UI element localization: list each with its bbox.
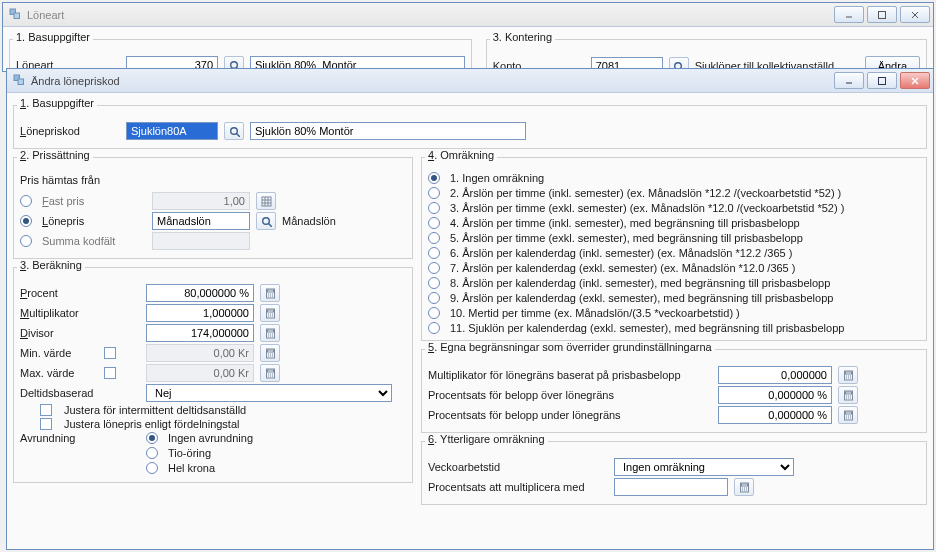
avr-hel-radio[interactable] [146, 462, 158, 474]
max-label: Max. värde [20, 367, 98, 379]
omr-opt-10-label: 10. Mertid per timme (ex. Månadslön/(3.5… [450, 307, 740, 319]
group-basuppgifter-bg: 1. Basuppgifter [13, 31, 93, 43]
omr-opt-1-radio[interactable] [428, 172, 440, 184]
over-lonegrans-label: Procentsats för belopp över lönegräns [428, 389, 712, 401]
maximize-button[interactable] [867, 72, 897, 89]
lonepriskod-search-button[interactable] [224, 122, 244, 140]
omr-opt-9-radio[interactable] [428, 292, 440, 304]
group-egna: 5. Egna begränsningar som överrider grun… [425, 341, 715, 353]
div-calc-button[interactable] [260, 324, 280, 342]
max-check[interactable] [104, 367, 116, 379]
del-label: Deltidsbaserad [20, 387, 140, 399]
fg-titlebar[interactable]: Ändra lönepriskod [7, 69, 933, 93]
summa-input [152, 232, 250, 250]
procmult-label: Procentsats att multiplicera med [428, 481, 608, 493]
group-kontering: 3. Kontering [490, 31, 555, 43]
omr-opt-7-radio[interactable] [428, 262, 440, 274]
omr-opt-3-label: 3. Årslön per timme (exkl. semester) (ex… [450, 202, 844, 214]
procent-input[interactable] [146, 284, 254, 302]
close-button[interactable] [900, 72, 930, 89]
mult-lonegrans-input[interactable] [718, 366, 832, 384]
summa-radio[interactable] [20, 235, 32, 247]
omr-opt-11-label: 11. Sjuklön per kalenderdag (exkl. semes… [450, 322, 844, 334]
procmult-calc-button[interactable] [734, 478, 754, 496]
under-lonegrans-input[interactable] [718, 406, 832, 424]
omr-opt-8-label: 8. Årslön per kalenderdag (inkl. semeste… [450, 277, 830, 289]
omr-opt-5-radio[interactable] [428, 232, 440, 244]
avr-tio-radio[interactable] [146, 447, 158, 459]
min-check[interactable] [104, 347, 116, 359]
omr-opt-9-label: 9. Årslön per kalenderdag (exkl. semeste… [450, 292, 833, 304]
bg-titlebar[interactable]: Löneart [3, 3, 933, 27]
omr-opt-4-label: 4. Årslön per timme (inkl. semester), me… [450, 217, 800, 229]
vecko-select[interactable]: Ingen omräkning [614, 458, 794, 476]
lonepris-search-button[interactable] [256, 212, 276, 230]
group-ytterligare: 6. Ytterligare omräkning [425, 433, 548, 445]
group-berakning: 3. Beräkning [17, 259, 85, 271]
avr-hel-label: Hel krona [168, 462, 215, 474]
mult-calc-button[interactable] [260, 304, 280, 322]
svg-rect-22 [879, 77, 886, 84]
avr-tio-label: Tio-öring [168, 447, 211, 459]
just1-check[interactable] [40, 404, 52, 416]
omr-opt-2-radio[interactable] [428, 187, 440, 199]
omr-opt-6-label: 6. Årslön per kalenderdag (inkl. semeste… [450, 247, 792, 259]
avr-label: Avrundning [20, 432, 140, 444]
omr-opt-7-label: 7. Årslön per kalenderdag (exkl. semeste… [450, 262, 795, 274]
lonepriskod-label: Lönepriskod [20, 125, 120, 137]
mult-lonegrans-label: Multiplikator för lönegräns baserat på p… [428, 369, 712, 381]
omr-opt-2-label: 2. Årslön per timme (inkl. semester) (ex… [450, 187, 841, 199]
mult-input[interactable] [146, 304, 254, 322]
bg-title: Löneart [27, 9, 834, 21]
fast-pris-grid-button[interactable] [256, 192, 276, 210]
just2-check[interactable] [40, 418, 52, 430]
omr-opt-1-label: 1. Ingen omräkning [450, 172, 544, 184]
minimize-button[interactable] [834, 6, 864, 23]
min-label: Min. värde [20, 347, 98, 359]
div-label: Divisor [20, 327, 140, 339]
omr-opt-4-radio[interactable] [428, 217, 440, 229]
fast-pris-radio[interactable] [20, 195, 32, 207]
fast-pris-label: Fast pris [42, 195, 146, 207]
omr-opt-6-radio[interactable] [428, 247, 440, 259]
close-button[interactable] [900, 6, 930, 23]
app-icon [13, 74, 27, 88]
app-icon [9, 8, 23, 22]
over-lonegrans-calc-button[interactable] [838, 386, 858, 404]
minimize-button[interactable] [834, 72, 864, 89]
lonepris-input[interactable] [152, 212, 250, 230]
lonepriskod-input[interactable] [126, 122, 218, 140]
max-input [146, 364, 254, 382]
max-calc-button[interactable] [260, 364, 280, 382]
over-lonegrans-input[interactable] [718, 386, 832, 404]
group-basuppgifter: 1. Basuppgifter [17, 97, 97, 109]
avr-ingen-label: Ingen avrundning [168, 432, 253, 444]
lonepris-desc: Månadslön [282, 215, 336, 227]
procmult-input[interactable] [614, 478, 728, 496]
del-select[interactable]: Nej [146, 384, 392, 402]
pris-hamtas-label: Pris hämtas från [20, 174, 406, 186]
fast-pris-input [152, 192, 250, 210]
procent-calc-button[interactable] [260, 284, 280, 302]
group-omrakning: 4. Omräkning [425, 149, 497, 161]
omr-opt-11-radio[interactable] [428, 322, 440, 334]
under-lonegrans-calc-button[interactable] [838, 406, 858, 424]
just1-label: Justera för intermittent deltidsanställd [64, 404, 246, 416]
div-input[interactable] [146, 324, 254, 342]
omr-opt-3-radio[interactable] [428, 202, 440, 214]
min-calc-button[interactable] [260, 344, 280, 362]
avr-ingen-radio[interactable] [146, 432, 158, 444]
omr-opt-5-label: 5. Årslön per timme (exkl. semester), me… [450, 232, 803, 244]
min-input [146, 344, 254, 362]
lonepriskod-desc-input[interactable] [250, 122, 526, 140]
just2-label: Justera lönepris enligt fördelningstal [64, 418, 240, 430]
omr-opt-10-radio[interactable] [428, 307, 440, 319]
maximize-button[interactable] [867, 6, 897, 23]
lonepris-radio[interactable] [20, 215, 32, 227]
omr-opt-8-radio[interactable] [428, 277, 440, 289]
group-prissattning: 2. Prissättning [17, 149, 93, 161]
fg-title: Ändra lönepriskod [31, 75, 834, 87]
procent-label: Procent [20, 287, 140, 299]
mult-lonegrans-calc-button[interactable] [838, 366, 858, 384]
summa-label: Summa kodfält [42, 235, 146, 247]
